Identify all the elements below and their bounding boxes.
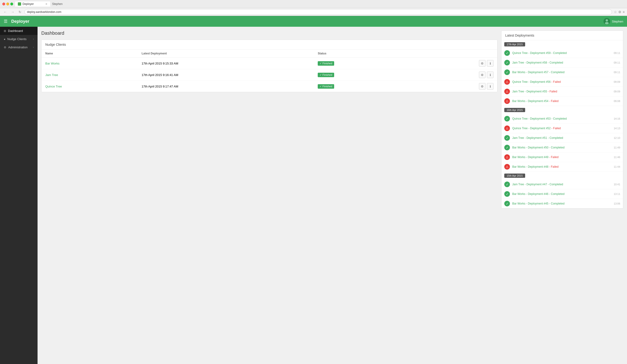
nudge-clients-panel: Nudge Clients Name Latest Deployment Sta…: [41, 40, 497, 92]
deployment-row: ✓ Quince Tree - Deployment #59 - Complet…: [501, 48, 623, 58]
deployment-time: 09:08: [614, 100, 620, 102]
deployment-link[interactable]: Bar Works - Deployment #54: [512, 99, 548, 103]
deployment-link[interactable]: Quince Tree - Deployment #52: [512, 127, 551, 130]
maximize-dot[interactable]: [10, 2, 13, 5]
deployment-link[interactable]: Jam Tree - Deployment #55: [512, 90, 547, 93]
deployment-time: 14:16: [614, 117, 620, 120]
deployment-link[interactable]: Jam Tree - Deployment #58: [512, 61, 547, 64]
tab-favicon: [18, 2, 21, 6]
back-button[interactable]: ←: [2, 10, 8, 14]
administration-icon: ⚙: [4, 46, 6, 49]
action-buttons: ⚙ ℹ: [413, 60, 493, 67]
deployment-time: 09:09: [614, 90, 620, 93]
client-status: ✓ Finished: [314, 81, 409, 92]
sidebar-item-label-administration: Administration: [8, 46, 27, 49]
info-button[interactable]: ℹ: [487, 60, 493, 67]
browser-dots: [2, 2, 13, 5]
status-icon: ⚠: [504, 89, 510, 94]
client-actions: ⚙ ℹ: [409, 81, 497, 92]
client-name-link[interactable]: Quince Tree: [45, 85, 62, 88]
nudge-clients-header: Nudge Clients: [42, 40, 497, 49]
col-name: Name: [42, 49, 138, 58]
deployments-header: Latest Deployments: [501, 31, 623, 40]
client-name-link[interactable]: Bar Works: [45, 62, 59, 65]
action-buttons: ⚙ ℹ: [413, 72, 493, 78]
bookmark-icon[interactable]: ☆: [614, 10, 617, 14]
deployment-status: - Completed: [549, 71, 564, 74]
deployment-status: - Failed: [549, 155, 559, 159]
user-name: Stephen: [612, 20, 623, 23]
browser-tab[interactable]: Deployer ✕: [15, 1, 50, 6]
deployment-row: ⚠ Bar Works - Deployment #54 - Failed 09…: [501, 96, 623, 106]
status-icon: ✓: [504, 201, 510, 206]
status-icon: ✓: [504, 50, 510, 56]
extensions-icon[interactable]: ⚙: [618, 10, 621, 14]
sidebar-item-nudge-clients[interactable]: ● Nudge Clients ›: [0, 35, 38, 43]
deployment-link[interactable]: Bar Works - Deployment #57: [512, 71, 548, 74]
deployment-status: - Completed: [551, 117, 567, 120]
refresh-button[interactable]: ↻: [17, 10, 23, 14]
close-dot[interactable]: [2, 2, 5, 5]
client-deployment: 17th April 2015 9:15:33 AM: [138, 58, 314, 69]
status-icon: ⚠: [504, 79, 510, 85]
deployment-time: 14:13: [614, 127, 620, 130]
client-status: ✓ Finished: [314, 58, 409, 69]
sidebar-item-label-dashboard: Dashboard: [8, 29, 23, 33]
forward-button[interactable]: →: [10, 10, 15, 14]
deployment-name: Jam Tree - Deployment #51 - Completed: [512, 136, 611, 139]
tab-close-button[interactable]: ✕: [45, 2, 48, 6]
status-badge: ✓ Finished: [318, 73, 334, 77]
right-panel: Latest Deployments 17th Apr 2015 ✓ Quinc…: [501, 31, 623, 364]
deployment-name: Bar Works - Deployment #48 - Failed: [512, 165, 611, 168]
sidebar-item-label-nudge-clients: Nudge Clients: [7, 37, 27, 41]
date-badge: 17th Apr 2015: [504, 42, 525, 46]
deployment-status: - Completed: [551, 51, 567, 55]
status-icon: ⚠: [504, 164, 510, 170]
deployment-name: Bar Works - Deployment #45 - Completed: [512, 202, 611, 205]
address-bar[interactable]: [24, 9, 612, 15]
deployment-status: - Failed: [549, 99, 559, 103]
deployment-time: 11:49: [614, 146, 620, 149]
deployment-time: 09:11: [614, 71, 620, 74]
deployment-status: - Completed: [549, 146, 564, 149]
deployment-link[interactable]: Quince Tree - Deployment #56: [512, 80, 551, 84]
topnav-user: Stephen: [604, 18, 623, 25]
deployment-link[interactable]: Quince Tree - Deployment #53: [512, 117, 551, 120]
left-panel: Dashboard Nudge Clients Name Latest Depl…: [41, 31, 497, 364]
info-button[interactable]: ℹ: [487, 72, 493, 78]
status-badge: ✓ Finished: [318, 84, 334, 89]
deployment-link[interactable]: Quince Tree - Deployment #59: [512, 51, 551, 55]
deployment-row: ✓ Jam Tree - Deployment #58 - Completed …: [501, 58, 623, 68]
status-icon: ✓: [504, 182, 510, 187]
deployment-time: 11:46: [614, 156, 620, 159]
deployment-link[interactable]: Bar Works - Deployment #48: [512, 165, 548, 168]
table-row: Bar Works 17th April 2015 9:15:33 AM ✓ F…: [42, 58, 497, 69]
deployment-link[interactable]: Jam Tree - Deployment #47: [512, 183, 547, 186]
sidebar-item-administration[interactable]: ⚙ Administration ›: [0, 43, 38, 51]
deployment-link[interactable]: Bar Works - Deployment #49: [512, 155, 548, 159]
col-actions: [409, 49, 497, 58]
deployment-row: ⚠ Quince Tree - Deployment #52 - Failed …: [501, 124, 623, 133]
deployment-link[interactable]: Bar Works - Deployment #50: [512, 146, 548, 149]
status-icon: ⚠: [504, 98, 510, 104]
deployment-time: 09:11: [614, 61, 620, 64]
menu-icon[interactable]: ≡: [623, 10, 625, 14]
deployment-name: Bar Works - Deployment #46 - Completed: [512, 192, 611, 196]
deployment-link[interactable]: Bar Works - Deployment #45: [512, 202, 548, 205]
deployment-status: - Failed: [549, 165, 559, 168]
deployment-link[interactable]: Bar Works - Deployment #46: [512, 192, 548, 196]
user-avatar[interactable]: [604, 18, 610, 25]
browser-actions: ☆ ⚙ ≡: [614, 10, 625, 14]
settings-button[interactable]: ⚙: [479, 60, 485, 67]
settings-button[interactable]: ⚙: [479, 72, 485, 78]
settings-button[interactable]: ⚙: [479, 83, 485, 90]
client-name-link[interactable]: Jam Tree: [45, 73, 58, 77]
info-button[interactable]: ℹ: [487, 83, 493, 90]
deployment-link[interactable]: Jam Tree - Deployment #51: [512, 136, 547, 139]
minimize-dot[interactable]: [6, 2, 9, 5]
sidebar-item-dashboard[interactable]: ⊞ Dashboard: [0, 27, 38, 35]
deployment-status: - Failed: [548, 90, 557, 93]
client-deployment: 17th April 2015 9:16:41 AM: [138, 69, 314, 81]
deployment-row: ⚠ Quince Tree - Deployment #56 - Failed …: [501, 77, 623, 87]
hamburger-menu[interactable]: ☰: [4, 19, 7, 24]
